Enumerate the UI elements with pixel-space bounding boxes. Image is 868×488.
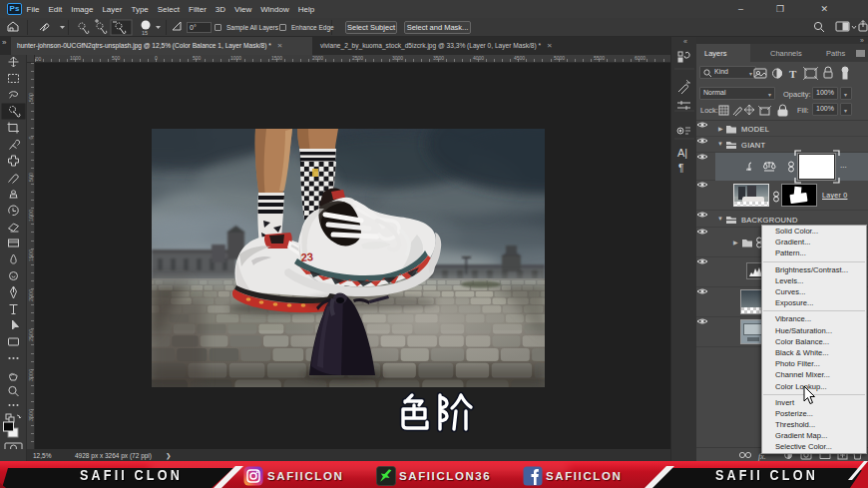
svg-text:A|: A| <box>677 147 687 159</box>
svg-text:23: 23 <box>300 250 313 263</box>
svg-text:¶: ¶ <box>678 163 683 174</box>
svg-text:T: T <box>789 68 797 80</box>
svg-text:15: 15 <box>142 30 148 36</box>
